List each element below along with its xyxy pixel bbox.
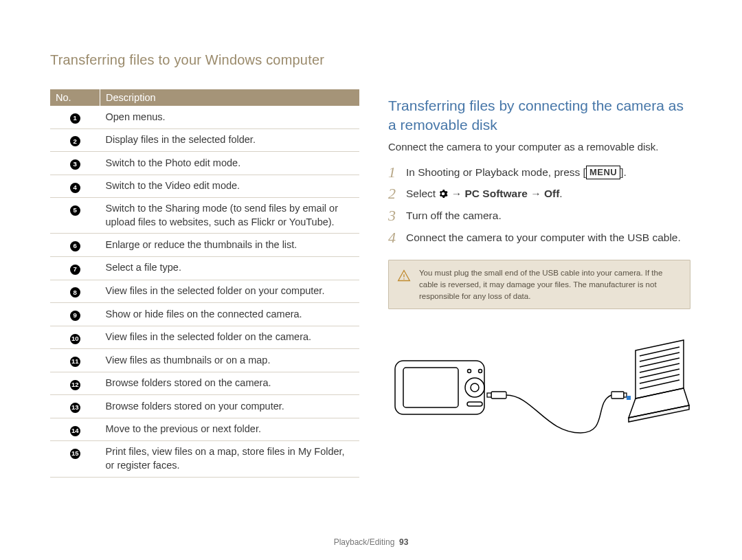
row-desc: Switch to the Sharing mode (to send file… [100,198,360,234]
svg-rect-8 [467,402,482,406]
description-table: No. Description 1Open menus. 2Display fi… [50,89,359,478]
table-row: 1Open menus. [50,106,359,128]
footer-section: Playback/Editing [334,537,395,547]
table-row: 13Browse folders stored on your computer… [50,395,359,418]
table-head-desc: Description [100,89,360,106]
caution-note: You must plug the small end of the USB c… [388,260,690,309]
table-row: 10View files in the selected folder on t… [50,326,359,349]
svg-point-7 [479,370,482,373]
row-desc: Switch to the Video edit mode. [100,175,360,198]
row-number-icon: 6 [70,241,80,251]
table-row: 15Print files, view files on a map, stor… [50,441,359,477]
svg-rect-10 [487,393,491,397]
description-table-container: No. Description 1Open menus. 2Display fi… [50,89,359,478]
section-intro: Connect the camera to your computer as a… [388,141,690,153]
table-head-no: No. [50,89,100,106]
svg-line-18 [640,374,679,383]
row-desc: Open menus. [100,106,360,128]
page-title: Transferring files to your Windows compu… [50,52,324,68]
step-1: In Shooting or Playback mode, press [MEN… [388,165,690,180]
row-number-icon: 13 [70,403,80,413]
row-number-icon: 4 [70,183,80,193]
table-row: 8View files in the selected folder on yo… [50,280,359,303]
row-number-icon: 11 [70,357,80,367]
table-row: 4Switch to the Video edit mode. [50,175,359,198]
svg-point-5 [471,383,479,392]
svg-line-15 [640,358,679,367]
svg-rect-9 [491,392,506,399]
row-desc: Select a file type. [100,256,360,280]
footer-page-number: 93 [399,537,408,547]
svg-line-17 [640,369,679,378]
step-4: Connect the camera to your computer with… [388,230,690,245]
svg-line-16 [640,363,679,372]
row-desc: View files in the selected folder on the… [100,326,360,349]
row-desc: Display files in the selected folder. [100,128,360,152]
row-number-icon: 5 [70,205,80,216]
row-number-icon: 2 [70,136,80,146]
row-number-icon: 7 [70,265,80,275]
gear-icon [438,188,448,199]
table-row: 12Browse folders stored on the camera. [50,372,359,395]
row-number-icon: 14 [70,426,80,436]
page-footer: Playback/Editing 93 [0,537,742,547]
svg-rect-11 [611,392,624,399]
step-2-pre: Select [406,188,438,199]
row-desc: View files in the selected folder on you… [100,280,360,303]
row-number-icon: 12 [70,380,80,390]
row-number-icon: 15 [70,449,80,459]
svg-rect-3 [403,368,458,407]
row-desc: Enlarge or reduce the thumbnails in the … [100,234,360,257]
svg-point-1 [403,279,405,280]
table-row: 2Display files in the selected folder. [50,128,359,152]
row-desc: Print files, view files on a map, store … [100,441,360,477]
row-desc: Show or hide files on the connected came… [100,303,360,326]
row-number-icon: 3 [70,159,80,170]
svg-rect-12 [624,393,627,397]
row-number-icon: 8 [70,287,80,298]
arrow-icon: → [448,188,464,199]
arrow-icon: → [528,188,544,199]
table-row: 6Enlarge or reduce the thumbnails in the… [50,234,359,257]
table-row: 9Show or hide files on the connected cam… [50,303,359,326]
step-2-pc-software: PC Software [465,188,528,199]
step-2-period: . [559,188,562,199]
step-1-post: ]. [620,166,627,178]
svg-rect-20 [627,396,631,400]
row-number-icon: 9 [70,311,80,321]
svg-point-6 [468,370,471,373]
camera-usb-laptop-illustration [388,330,690,450]
note-text: You must plug the small end of the USB c… [419,269,662,300]
menu-button-icon: MENU [586,166,620,179]
step-3: Turn off the camera. [388,208,690,223]
table-row: 5Switch to the Sharing mode (to send fil… [50,198,359,234]
row-desc: Browse folders stored on the camera. [100,372,360,395]
step-2: Select → PC Software → Off. [388,186,690,201]
step-2-off: Off [544,188,559,199]
section-heading: Transferring files by connecting the cam… [388,96,690,135]
right-column: Transferring files by connecting the cam… [388,96,690,450]
row-desc: Move to the previous or next folder. [100,418,360,441]
steps-list: In Shooting or Playback mode, press [MEN… [388,165,690,245]
table-row: 3Switch to the Photo edit mode. [50,152,359,175]
step-1-pre: In Shooting or Playback mode, press [ [406,166,586,178]
row-desc: View files as thumbnails or on a map. [100,349,360,372]
row-desc: Browse folders stored on your computer. [100,395,360,418]
row-desc: Switch to the Photo edit mode. [100,152,360,175]
row-number-icon: 10 [70,334,80,344]
svg-line-19 [640,380,679,389]
svg-line-14 [640,352,679,361]
table-row: 11View files as thumbnails or on a map. [50,349,359,372]
table-row: 7Select a file type. [50,256,359,280]
svg-point-4 [465,378,484,397]
row-number-icon: 1 [70,113,80,124]
warning-icon [397,269,411,286]
table-row: 14Move to the previous or next folder. [50,418,359,441]
